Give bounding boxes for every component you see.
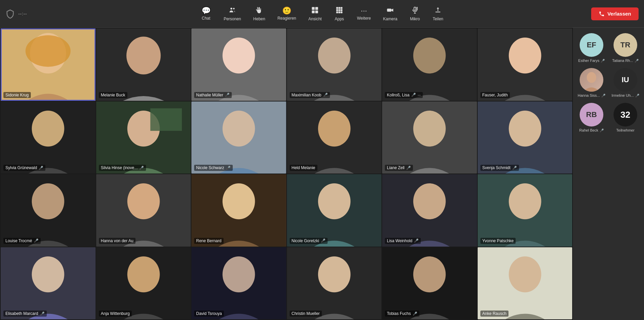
cell-label-17: Lisa Weinhold 🎤 (385, 238, 421, 244)
cell-label-24: Anke Rausch (480, 311, 508, 317)
sidebar-participant-tr[interactable]: TR Tatiana Rh... 🎤 (610, 33, 641, 63)
muted-icon-5: 🎤 (411, 93, 416, 97)
video-cell-10[interactable]: Held Melanie (287, 101, 382, 174)
svg-rect-13 (338, 11, 340, 13)
personen-button[interactable]: Personen (219, 4, 246, 24)
weitere-button[interactable]: ··· Weitere (352, 4, 376, 23)
participant-name-12: Svenja Schmidt (482, 165, 511, 170)
sidebar-participant-iu[interactable]: IU Irmeline Uh... 🎤 (610, 68, 641, 97)
cell-label-23: Tobias Fuchs 🎤 (385, 311, 419, 317)
video-cell-8[interactable]: Silvia Hinse (inove... 🎤 (96, 101, 191, 174)
svg-rect-4 (312, 10, 315, 13)
weitere-icon: ··· (361, 7, 367, 15)
sidebar-participant-ef[interactable]: EF Esther Farys 🎤 (576, 33, 607, 63)
cell-label-20: Anja Wittenburg (99, 311, 132, 317)
video-cell-18[interactable]: Yvonne Patschke (478, 174, 573, 247)
muted-icon-7: 🎤 (39, 166, 43, 170)
sidebar-participant-hs[interactable]: Hanna Siss... 🎤 (576, 68, 607, 97)
video-cell-14[interactable]: Hanna von der Au (96, 174, 191, 247)
video-cell-4[interactable]: Maximilian Koob 🎤 (287, 28, 382, 101)
video-cell-21[interactable]: David Tsrouya (191, 247, 286, 320)
cell-label-19: Elisabeth Marcard 🎤 (3, 311, 47, 317)
video-cell-15[interactable]: Rene Bernard (191, 174, 286, 247)
participant-name-17: Lisa Weinhold (387, 238, 412, 243)
participant-name-22: Christin Mueller (292, 311, 320, 316)
chat-label: Chat (202, 16, 210, 21)
video-cell-17[interactable]: Lisa Weinhold 🎤 (382, 174, 477, 247)
leave-label: Verlassen (607, 11, 631, 17)
participant-name-6: Fauser, Judith (482, 93, 508, 97)
svg-rect-15 (387, 8, 392, 12)
avatar-ef-initials: EF (587, 41, 596, 49)
leave-button[interactable]: Verlassen (591, 7, 639, 20)
participant-name-19: Elisabeth Marcard (5, 311, 38, 316)
reagieren-icon: 🙂 (282, 7, 291, 15)
muted-icon-9: 🎤 (226, 166, 231, 170)
video-cell-6[interactable]: Fauser, Judith (478, 28, 573, 101)
heben-label: Heben (253, 17, 265, 21)
video-cell-13[interactable]: Louise Trocmé 🎤 (1, 174, 96, 247)
cell-label-4: Maximilian Koob 🎤 (290, 92, 330, 98)
svg-marker-16 (391, 8, 393, 12)
avatar-tr-name: Tatiana Rh... 🎤 (612, 59, 639, 63)
svg-point-67 (32, 256, 64, 292)
avatar-iu-initials: IU (622, 75, 629, 84)
video-cell-11[interactable]: Liane Zell 🎤 (382, 101, 477, 174)
ansicht-button[interactable]: Ansicht (304, 4, 326, 24)
video-cell-7[interactable]: Sylvia Grünewald 🎤 (1, 101, 96, 174)
cell-label-9: Nicole Schwarz 🎤 (194, 165, 233, 171)
cell-label-22: Christin Mueller (290, 311, 322, 317)
kamera-button[interactable]: Kamera (378, 4, 402, 24)
muted-icon-17: 🎤 (414, 238, 419, 243)
teilen-button[interactable]: Teilen (428, 4, 448, 24)
participant-name-9: Nicole Schwarz (196, 165, 224, 170)
reagieren-label: Reagieren (277, 16, 296, 21)
cell-label-5: Kollroß, Lisa 🎤 ··· (385, 92, 423, 98)
avatar-rb-initials: RB (586, 110, 597, 119)
video-cell-5[interactable]: Kollroß, Lisa 🎤 ··· (382, 28, 477, 101)
personen-label: Personen (224, 17, 241, 21)
video-cell-9[interactable]: Nicole Schwarz 🎤 (191, 101, 286, 174)
sidebar: EF Esther Farys 🎤 TR Tatiana Rh... 🎤 (573, 28, 644, 320)
video-cell-1[interactable]: Sidonie Krug (1, 28, 96, 101)
video-cell-19[interactable]: Elisabeth Marcard 🎤 (1, 247, 96, 320)
apps-label: Apps (335, 17, 344, 21)
cell-label-11: Liane Zell 🎤 (385, 165, 413, 171)
chat-button[interactable]: 💬 Chat (196, 4, 216, 23)
cell-label-18: Yvonne Patschke (480, 238, 516, 244)
svg-rect-17 (414, 7, 416, 10)
video-cell-3[interactable]: Nathalie Müller 🎤 (191, 28, 286, 101)
sidebar-participant-rb[interactable]: RB Rahel Beck 🎤 (576, 103, 607, 132)
participant-name-14: Hanna von der Au (101, 238, 133, 243)
participant-name-3: Nathalie Müller (196, 93, 223, 97)
svg-point-47 (318, 110, 350, 146)
video-cell-23[interactable]: Tobias Fuchs 🎤 (382, 247, 477, 320)
mute-icon-hs: 🎤 (601, 94, 605, 97)
svg-rect-23 (435, 12, 440, 12)
weitere-label: Weitere (357, 16, 371, 21)
video-cell-12[interactable]: Svenja Schmidt 🎤 (478, 101, 573, 174)
more-icon-5[interactable]: ··· (418, 93, 421, 97)
apps-button[interactable]: Apps (329, 4, 350, 24)
video-cell-2[interactable]: Melanie Buck (96, 28, 191, 101)
svg-rect-11 (340, 9, 342, 11)
video-cell-20[interactable]: Anja Wittenburg (96, 247, 191, 320)
participant-name-5: Kollroß, Lisa (387, 93, 410, 97)
muted-icon-23: 🎤 (413, 312, 417, 316)
svg-point-62 (413, 183, 446, 219)
reagieren-button[interactable]: 🙂 Reagieren (273, 4, 301, 23)
sidebar-participant-count[interactable]: 32 Teilnehmer (610, 103, 641, 132)
muted-icon-8: 🎤 (139, 166, 144, 170)
mikro-button[interactable]: Mikro (405, 4, 425, 24)
video-cell-16[interactable]: Nicole Goretzki 🎤 (287, 174, 382, 247)
video-cell-22[interactable]: Christin Mueller (287, 247, 382, 320)
svg-point-37 (508, 38, 541, 73)
avatar-ef-name: Esther Farys 🎤 (578, 59, 605, 63)
video-cell-24[interactable]: Anke Rausch (478, 247, 573, 320)
heben-button[interactable]: Heben (249, 4, 270, 24)
svg-point-0 (230, 7, 232, 9)
mute-icon-ef: 🎤 (601, 59, 605, 63)
svg-point-52 (508, 110, 541, 146)
svg-point-69 (127, 256, 160, 292)
svg-rect-6 (336, 7, 338, 9)
